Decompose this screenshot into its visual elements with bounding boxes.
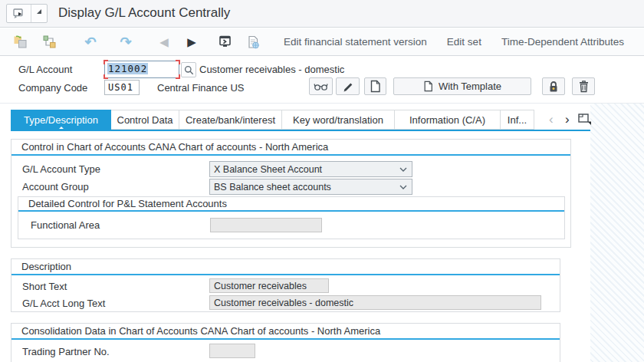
tab-create-bank-interest[interactable]: Create/bank/interest [179,110,282,130]
section-control-title: Control in Chart of Accounts CANA Chart … [12,140,570,156]
section-consolidation: Consolidation Data in Chart of Accounts … [11,323,560,362]
with-template-button[interactable]: With Template [393,77,531,95]
titlebar: Display G/L Account Centrally [0,0,644,28]
functional-area-field [210,218,322,232]
tab-information-ca[interactable]: Information (C/A) [394,110,501,130]
tab-type-description[interactable]: Type/Description [11,110,111,130]
content-canvas: Type/Description Control Data Create/ban… [0,104,590,362]
lock-button[interactable] [542,77,565,95]
company-code-label: Company Code [18,82,87,94]
value-help-button[interactable] [181,62,196,77]
new-document-icon [370,80,381,93]
gl-account-input[interactable]: 121002 [104,61,179,78]
gl-account-value: 121002 [107,63,148,74]
tab-scroll-right-icon[interactable]: › [565,111,570,128]
gl-account-description: Customer receivables - domestic [199,64,344,75]
company-code-description: Central Finance US [157,82,244,94]
gl-account-type-value: X Balance Sheet Account [214,164,322,175]
delete-button[interactable] [572,77,595,95]
chevron-down-icon [399,167,407,172]
short-text-field: Customer receivables [209,278,329,293]
application-toolbar: ↶ ↷ ◀ ▶ Edit financial statement version… [0,28,644,56]
subsection-pl-control: Detailed Control for P&L Statement Accou… [18,196,565,239]
tab-control-data[interactable]: Control Data [110,110,179,130]
previous-icon[interactable]: ◀ [153,31,175,53]
dropdown-arrow-icon [31,9,47,18]
focus-corner [176,74,180,79]
section-description-title: Description [12,259,560,275]
short-text-label: Short Text [22,281,67,292]
with-template-label: With Template [439,81,501,92]
services-menu-button[interactable] [6,4,48,23]
section-description: Description Short Text Customer receivab… [11,258,560,312]
section-control: Control in Chart of Accounts CANA Chart … [11,139,571,248]
trash-icon [578,80,590,93]
tab-information-truncated[interactable]: Inf... [500,110,534,130]
time-dependent-attributes-button[interactable]: Time-Dependent Attributes [501,36,624,48]
gl-account-label: G/L Account [18,64,72,75]
search-icon [184,65,194,75]
edit-set-button[interactable]: Edit set [447,36,481,48]
next-icon[interactable]: ▶ [181,31,202,53]
template-document-icon [423,81,433,92]
company-code-field[interactable]: US01 [104,80,140,95]
services-icon [7,5,31,22]
change-button[interactable] [336,77,360,95]
other-object-icon[interactable] [9,31,31,53]
functional-area-label: Functional Area [31,219,100,231]
page-title: Display G/L Account Centrally [58,5,230,21]
focus-corner [176,60,180,64]
long-text-label: G/L Acct Long Text [22,298,105,309]
display-button[interactable] [309,77,333,95]
display-document-icon[interactable] [215,31,236,53]
gl-account-type-label: G/L Account Type [22,163,100,175]
account-group-dropdown[interactable]: BS Balance sheet accounts [209,179,412,195]
edit-fsv-button[interactable]: Edit financial statement version [284,36,427,48]
tabstrip: Type/Description Control Data Create/ban… [11,110,534,130]
tab-underline [11,130,590,131]
focus-corner [104,74,108,79]
document-globe-icon[interactable] [242,31,264,53]
undo-icon[interactable]: ↶ [80,31,101,53]
tab-key-word-translation[interactable]: Key word/translation [281,110,395,130]
gl-account-type-dropdown[interactable]: X Balance Sheet Account [209,161,412,177]
pencil-icon [342,81,354,93]
create-button[interactable] [364,77,386,95]
trading-partner-field [209,344,255,358]
sample-account-hierarchy-icon[interactable] [38,31,60,53]
section-consolidation-title: Consolidation Data in Chart of Accounts … [12,324,560,340]
glasses-icon [314,82,329,91]
account-group-value: BS Balance sheet accounts [214,182,331,193]
trading-partner-label: Trading Partner No. [22,346,110,357]
subsection-pl-control-title: Detailed Control for P&L Statement Accou… [18,197,564,212]
account-group-label: Account Group [22,181,89,193]
chevron-down-icon [399,185,407,189]
redo-icon[interactable]: ↷ [115,31,136,53]
content-area: Type/Description Control Data Create/ban… [0,103,644,362]
focus-corner [104,60,108,64]
long-text-field: Customer receivables - domestic [209,295,541,310]
lock-icon [547,81,560,93]
tab-scroll-left-icon[interactable]: ‹ [549,111,554,128]
tab-overview-icon[interactable] [577,112,592,127]
